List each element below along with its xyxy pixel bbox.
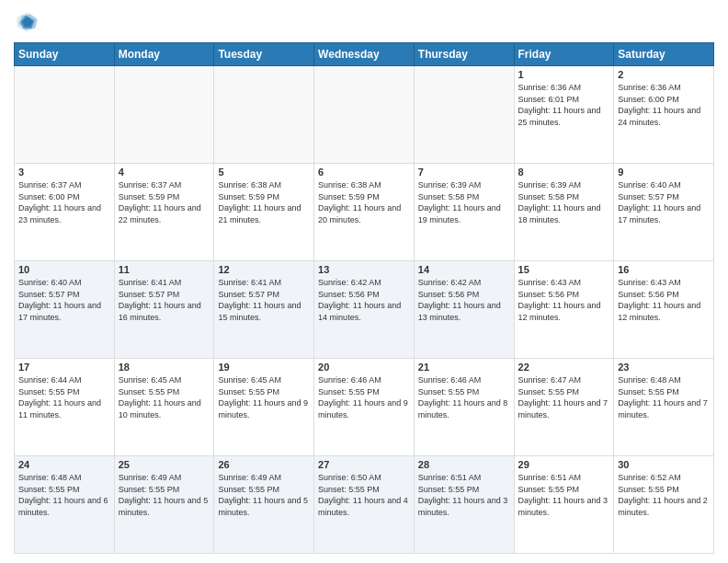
calendar-cell: 25Sunrise: 6:49 AM Sunset: 5:55 PM Dayli… [114,456,214,554]
day-number: 22 [518,362,610,373]
weekday-header-friday: Friday [514,43,614,66]
day-number: 23 [618,362,710,373]
calendar-cell: 24Sunrise: 6:48 AM Sunset: 5:55 PM Dayli… [15,456,115,554]
calendar-cell: 20Sunrise: 6:46 AM Sunset: 5:55 PM Dayli… [314,359,415,456]
calendar-cell: 3Sunrise: 6:37 AM Sunset: 6:00 PM Daylig… [15,164,115,261]
day-number: 11 [119,264,210,275]
day-info: Sunrise: 6:46 AM Sunset: 5:55 PM Dayligh… [418,374,510,420]
calendar-cell: 8Sunrise: 6:39 AM Sunset: 5:58 PM Daylig… [514,164,614,261]
day-info: Sunrise: 6:36 AM Sunset: 6:01 PM Dayligh… [518,82,610,128]
day-number: 24 [18,459,110,470]
week-row-4: 24Sunrise: 6:48 AM Sunset: 5:55 PM Dayli… [15,456,714,554]
day-number: 21 [418,362,510,373]
day-info: Sunrise: 6:41 AM Sunset: 5:57 PM Dayligh… [218,277,310,323]
day-info: Sunrise: 6:37 AM Sunset: 6:00 PM Dayligh… [18,179,110,225]
day-number: 29 [518,459,610,470]
calendar-cell: 26Sunrise: 6:49 AM Sunset: 5:55 PM Dayli… [214,456,314,554]
calendar-cell [214,66,314,164]
week-row-1: 3Sunrise: 6:37 AM Sunset: 6:00 PM Daylig… [15,164,714,261]
header [14,9,714,35]
day-number: 9 [618,167,710,178]
day-number: 4 [119,167,210,178]
calendar-cell: 28Sunrise: 6:51 AM Sunset: 5:55 PM Dayli… [414,456,514,554]
weekday-header-monday: Monday [114,43,214,66]
week-row-0: 1Sunrise: 6:36 AM Sunset: 6:01 PM Daylig… [15,66,714,164]
calendar-cell: 23Sunrise: 6:48 AM Sunset: 5:55 PM Dayli… [614,359,714,456]
day-info: Sunrise: 6:45 AM Sunset: 5:55 PM Dayligh… [119,374,210,420]
calendar-cell: 13Sunrise: 6:42 AM Sunset: 5:56 PM Dayli… [314,261,415,359]
calendar-cell: 10Sunrise: 6:40 AM Sunset: 5:57 PM Dayli… [15,261,115,359]
day-number: 17 [18,362,110,373]
calendar-cell: 9Sunrise: 6:40 AM Sunset: 5:57 PM Daylig… [614,164,714,261]
calendar-cell: 30Sunrise: 6:52 AM Sunset: 5:55 PM Dayli… [614,456,714,554]
logo-icon [14,9,40,35]
day-info: Sunrise: 6:42 AM Sunset: 5:56 PM Dayligh… [318,277,410,323]
day-number: 8 [518,167,610,178]
calendar-cell: 18Sunrise: 6:45 AM Sunset: 5:55 PM Dayli… [114,359,214,456]
day-info: Sunrise: 6:50 AM Sunset: 5:55 PM Dayligh… [318,472,410,518]
calendar-cell [114,66,214,164]
day-info: Sunrise: 6:38 AM Sunset: 5:59 PM Dayligh… [318,179,410,225]
calendar-cell: 1Sunrise: 6:36 AM Sunset: 6:01 PM Daylig… [514,66,614,164]
calendar-cell: 21Sunrise: 6:46 AM Sunset: 5:55 PM Dayli… [414,359,514,456]
calendar-cell: 27Sunrise: 6:50 AM Sunset: 5:55 PM Dayli… [314,456,415,554]
calendar-cell: 5Sunrise: 6:38 AM Sunset: 5:59 PM Daylig… [214,164,314,261]
day-number: 1 [518,69,610,80]
calendar-table: SundayMondayTuesdayWednesdayThursdayFrid… [14,42,714,554]
day-info: Sunrise: 6:45 AM Sunset: 5:55 PM Dayligh… [218,374,310,420]
day-info: Sunrise: 6:51 AM Sunset: 5:55 PM Dayligh… [518,472,610,518]
calendar-cell: 19Sunrise: 6:45 AM Sunset: 5:55 PM Dayli… [214,359,314,456]
day-number: 27 [318,459,410,470]
calendar-cell: 2Sunrise: 6:36 AM Sunset: 6:00 PM Daylig… [614,66,714,164]
week-row-2: 10Sunrise: 6:40 AM Sunset: 5:57 PM Dayli… [15,261,714,359]
weekday-header-thursday: Thursday [414,43,514,66]
week-row-3: 17Sunrise: 6:44 AM Sunset: 5:55 PM Dayli… [15,359,714,456]
calendar-cell [414,66,514,164]
day-number: 18 [119,362,210,373]
day-info: Sunrise: 6:51 AM Sunset: 5:55 PM Dayligh… [418,472,510,518]
weekday-header-tuesday: Tuesday [214,43,314,66]
day-number: 28 [418,459,510,470]
calendar-cell: 7Sunrise: 6:39 AM Sunset: 5:58 PM Daylig… [414,164,514,261]
day-number: 6 [318,167,410,178]
day-info: Sunrise: 6:36 AM Sunset: 6:00 PM Dayligh… [618,82,710,128]
day-info: Sunrise: 6:49 AM Sunset: 5:55 PM Dayligh… [119,472,210,518]
day-number: 16 [618,264,710,275]
weekday-header-saturday: Saturday [614,43,714,66]
day-number: 25 [119,459,210,470]
calendar-cell: 29Sunrise: 6:51 AM Sunset: 5:55 PM Dayli… [514,456,614,554]
day-info: Sunrise: 6:40 AM Sunset: 5:57 PM Dayligh… [18,277,110,323]
calendar-cell [15,66,115,164]
day-info: Sunrise: 6:46 AM Sunset: 5:55 PM Dayligh… [318,374,410,420]
weekday-header-sunday: Sunday [15,43,115,66]
calendar-cell: 15Sunrise: 6:43 AM Sunset: 5:56 PM Dayli… [514,261,614,359]
calendar-cell: 11Sunrise: 6:41 AM Sunset: 5:57 PM Dayli… [114,261,214,359]
day-number: 20 [318,362,410,373]
day-number: 7 [418,167,510,178]
day-number: 15 [518,264,610,275]
calendar-cell: 16Sunrise: 6:43 AM Sunset: 5:56 PM Dayli… [614,261,714,359]
calendar-cell: 14Sunrise: 6:42 AM Sunset: 5:56 PM Dayli… [414,261,514,359]
day-info: Sunrise: 6:44 AM Sunset: 5:55 PM Dayligh… [18,374,110,420]
day-number: 12 [218,264,310,275]
day-info: Sunrise: 6:52 AM Sunset: 5:55 PM Dayligh… [618,472,710,518]
day-info: Sunrise: 6:38 AM Sunset: 5:59 PM Dayligh… [218,179,310,225]
calendar-cell: 22Sunrise: 6:47 AM Sunset: 5:55 PM Dayli… [514,359,614,456]
day-info: Sunrise: 6:40 AM Sunset: 5:57 PM Dayligh… [618,179,710,225]
weekday-header-wednesday: Wednesday [314,43,415,66]
day-number: 14 [418,264,510,275]
day-info: Sunrise: 6:42 AM Sunset: 5:56 PM Dayligh… [418,277,510,323]
calendar-cell: 12Sunrise: 6:41 AM Sunset: 5:57 PM Dayli… [214,261,314,359]
day-info: Sunrise: 6:41 AM Sunset: 5:57 PM Dayligh… [119,277,210,323]
weekday-header-row: SundayMondayTuesdayWednesdayThursdayFrid… [15,43,714,66]
calendar-cell: 4Sunrise: 6:37 AM Sunset: 5:59 PM Daylig… [114,164,214,261]
day-number: 26 [218,459,310,470]
day-number: 13 [318,264,410,275]
day-info: Sunrise: 6:49 AM Sunset: 5:55 PM Dayligh… [218,472,310,518]
calendar-cell: 6Sunrise: 6:38 AM Sunset: 5:59 PM Daylig… [314,164,415,261]
logo [14,9,43,35]
day-number: 19 [218,362,310,373]
day-number: 2 [618,69,710,80]
day-info: Sunrise: 6:48 AM Sunset: 5:55 PM Dayligh… [618,374,710,420]
day-number: 10 [18,264,110,275]
